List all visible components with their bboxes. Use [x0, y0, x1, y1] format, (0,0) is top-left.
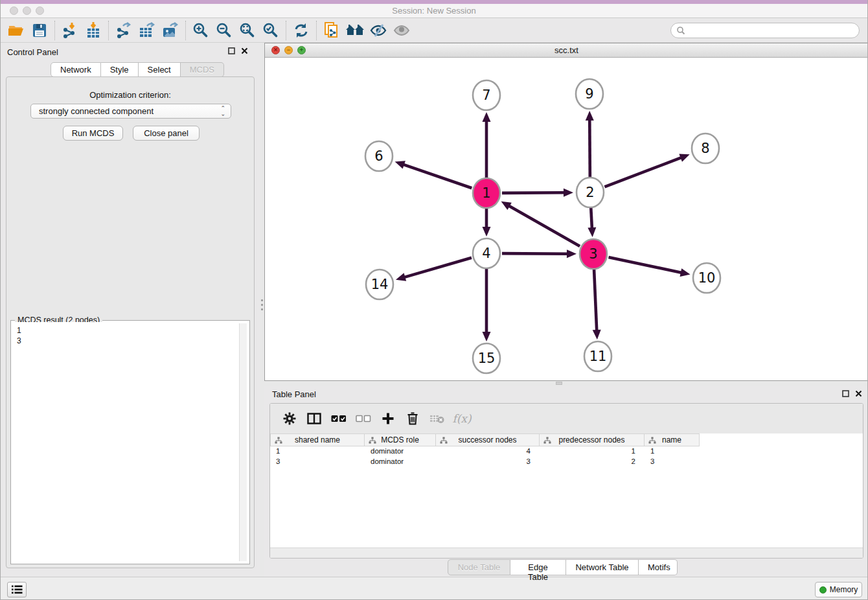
select-all-columns-button[interactable] [326, 408, 351, 430]
table-cell[interactable]: 2 [540, 457, 645, 467]
tab-node-table[interactable]: Node Table [448, 559, 510, 575]
run-mcds-button[interactable]: Run MCDS [63, 126, 123, 141]
control-panel-tabs: Network Style Select MCDS [51, 62, 224, 77]
network-canvas[interactable]: 7968124314101511 [265, 58, 868, 380]
list-icon [12, 585, 23, 594]
open-session-button[interactable] [5, 20, 28, 41]
column-header-MCDS-role[interactable]: MCDS role [365, 433, 436, 446]
graph-edge-3-11[interactable] [594, 270, 597, 331]
table-cell[interactable]: 3 [645, 457, 700, 467]
tab-mcds[interactable]: MCDS [181, 62, 224, 77]
delete-column-button[interactable] [400, 408, 425, 430]
function-builder-button[interactable]: f(x) [450, 408, 474, 430]
hide-selected-button[interactable] [367, 20, 390, 41]
export-table-icon [138, 22, 156, 39]
memory-button[interactable]: Memory [815, 582, 862, 597]
save-session-button[interactable] [28, 20, 51, 41]
create-column-button[interactable] [376, 408, 400, 430]
toolbar-separator [316, 21, 317, 40]
toggle-panes-button[interactable] [302, 408, 326, 430]
graph-edge-4-3[interactable] [502, 253, 568, 254]
optimization-criterion-label: Optimization criterion: [6, 90, 254, 100]
refresh-button[interactable] [290, 20, 313, 41]
zoom-selected-button[interactable] [259, 20, 282, 41]
splitter-handle[interactable] [261, 299, 263, 313]
export-network-button[interactable] [112, 20, 135, 41]
graph-edge-4-14[interactable] [404, 258, 472, 277]
horizontal-splitter[interactable] [264, 381, 868, 386]
zoom-in-button[interactable] [189, 20, 212, 41]
close-panel-icon[interactable] [855, 390, 862, 397]
graph-node-label: 10 [698, 270, 716, 286]
graph-edge-3-1[interactable] [508, 205, 580, 246]
table-cell[interactable]: dominator [365, 446, 436, 457]
table-scrollbar-strip[interactable] [270, 548, 863, 558]
network-window-titlebar[interactable]: ✕ − + scc.txt [265, 43, 868, 58]
close-panel-icon[interactable] [241, 47, 248, 54]
graph-edge-arrow [593, 330, 601, 340]
table-header-row: shared nameMCDS rolesuccessor nodesprede… [270, 433, 863, 446]
tab-network[interactable]: Network [51, 62, 101, 77]
zoom-fit-button[interactable] [236, 20, 259, 41]
table-cell[interactable]: 4 [436, 446, 540, 457]
graph-edge-2-3[interactable] [591, 208, 592, 229]
zoom-out-icon [216, 22, 233, 39]
tab-select[interactable]: Select [139, 62, 181, 77]
table-cell[interactable]: dominator [365, 457, 436, 467]
table-row[interactable]: 3dominator323 [270, 457, 863, 467]
column-header-shared-name[interactable]: shared name [270, 433, 365, 446]
float-panel-icon[interactable] [842, 390, 849, 397]
first-neighbors-button[interactable] [343, 20, 367, 41]
graph-edge-arrow [483, 332, 491, 341]
import-table-button[interactable] [82, 20, 105, 41]
search-input[interactable] [685, 25, 859, 36]
graph-edge-3-10[interactable] [608, 257, 681, 273]
close-panel-button[interactable]: Close panel [133, 126, 200, 141]
tab-style[interactable]: Style [101, 62, 139, 77]
vertical-splitter[interactable] [260, 43, 264, 577]
graph-edge-arrow [679, 154, 689, 162]
table-cell[interactable]: 1 [540, 446, 645, 457]
table-cell[interactable]: 3 [436, 457, 540, 467]
graph-node-label: 11 [589, 349, 607, 364]
mcds-result-text[interactable]: 1 3 [12, 322, 248, 562]
duplicate-network-button[interactable] [320, 20, 343, 41]
task-history-button[interactable] [7, 582, 27, 597]
column-header-predecessor-nodes[interactable]: predecessor nodes [540, 433, 645, 446]
tab-network-table[interactable]: Network Table [566, 559, 639, 575]
search-box[interactable] [670, 23, 860, 38]
export-image-button[interactable] [159, 20, 182, 41]
graph-edge-2-9[interactable] [589, 119, 590, 177]
open-folder-icon [8, 23, 25, 38]
attribute-type-icon [275, 437, 282, 444]
show-all-button[interactable] [390, 20, 413, 41]
tab-motifs[interactable]: Motifs [639, 559, 678, 575]
splitter-thumb[interactable] [556, 382, 562, 385]
table-row[interactable]: 1dominator411 [270, 446, 863, 457]
import-network-button[interactable] [58, 20, 82, 41]
graph-edge-1-2[interactable] [502, 192, 565, 193]
result-scrollbar[interactable] [239, 323, 247, 561]
unselect-all-columns-button[interactable] [351, 408, 376, 430]
tab-edge-table[interactable]: Edge Table [510, 559, 566, 575]
criterion-dropdown[interactable]: strongly connected component ⌃⌃ [30, 104, 231, 119]
attribute-type-icon [648, 437, 656, 444]
graph-edge-2-8[interactable] [604, 157, 681, 187]
table-cell[interactable]: 1 [270, 446, 365, 457]
zoom-out-button[interactable] [212, 20, 236, 41]
status-bar: Memory [1, 577, 867, 600]
table-cell[interactable]: 3 [270, 457, 365, 467]
table-cell[interactable]: 1 [645, 446, 700, 457]
delete-table-button[interactable] [425, 408, 450, 430]
graph-node-label: 14 [371, 277, 389, 292]
graph-node-label: 1 [482, 185, 490, 201]
graph-edge-arrow [483, 227, 491, 237]
column-header-successor-nodes[interactable]: successor nodes [436, 433, 540, 446]
toolbar-separator [54, 21, 55, 40]
column-header-name[interactable]: name [645, 433, 700, 446]
table-settings-button[interactable] [277, 408, 302, 430]
float-panel-icon[interactable] [228, 47, 235, 54]
export-table-button[interactable] [135, 20, 159, 41]
graph-edge-1-6[interactable] [403, 165, 472, 189]
fx-icon: f(x) [452, 412, 471, 425]
